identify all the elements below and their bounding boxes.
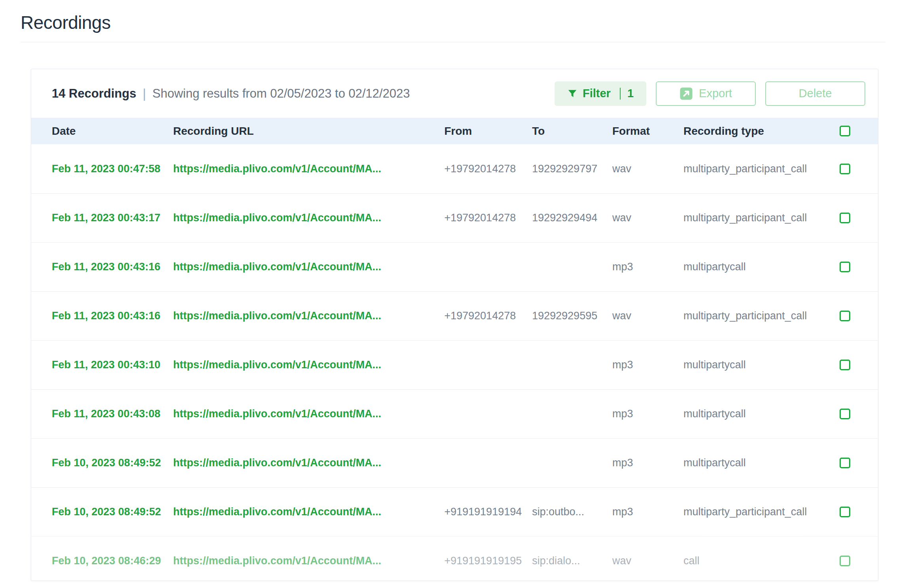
to-cell: sip:dialo...	[532, 555, 612, 567]
column-header-recording-type: Recording type	[683, 125, 832, 138]
recording-type-cell: multiparty_participant_call	[683, 212, 832, 224]
recording-url-link[interactable]: https://media.plivo.com/v1/Account/MA...	[173, 212, 444, 224]
table-row: Feb 10, 2023 08:46:29https://media.plivo…	[31, 536, 878, 581]
header-checkbox-cell	[832, 126, 857, 136]
recordings-page: Recordings 14 Recordings | Showing resul…	[0, 12, 906, 581]
recording-type-cell: multipartycall	[683, 457, 832, 469]
column-header-to: To	[532, 125, 612, 138]
row-checkbox[interactable]	[840, 164, 850, 174]
page-title: Recordings	[21, 12, 885, 33]
from-cell: +19792014278	[444, 310, 532, 322]
column-header-from: From	[444, 125, 532, 138]
date-cell: Feb 11, 2023 00:47:58	[52, 163, 173, 175]
export-button-label: Export	[699, 87, 732, 100]
export-button[interactable]: Export	[656, 81, 756, 106]
recording-url-link[interactable]: https://media.plivo.com/v1/Account/MA...	[173, 310, 444, 322]
row-checkbox-cell	[832, 556, 857, 566]
filter-button-label: Filter	[583, 87, 611, 100]
recording-type-cell: multiparty_participant_call	[683, 506, 832, 518]
recording-type-cell: multipartycall	[683, 359, 832, 371]
date-cell: Feb 11, 2023 00:43:08	[52, 408, 173, 420]
select-all-checkbox[interactable]	[840, 126, 850, 136]
from-cell: +19792014278	[444, 212, 532, 224]
filter-count-divider	[620, 88, 621, 100]
date-cell: Feb 11, 2023 00:43:10	[52, 359, 173, 371]
row-checkbox[interactable]	[840, 262, 850, 272]
row-checkbox[interactable]	[840, 409, 850, 419]
date-cell: Feb 10, 2023 08:49:52	[52, 506, 173, 518]
row-checkbox[interactable]	[840, 213, 850, 223]
delete-button[interactable]: Delete	[765, 81, 865, 106]
toolbar-actions: Filter 1 Export Delete	[555, 81, 865, 106]
row-checkbox[interactable]	[840, 360, 850, 370]
card-header: 14 Recordings | Showing results from 02/…	[31, 69, 878, 118]
format-cell: mp3	[612, 359, 683, 371]
recording-url-link[interactable]: https://media.plivo.com/v1/Account/MA...	[173, 555, 444, 567]
row-checkbox-cell	[832, 458, 857, 468]
date-cell: Feb 10, 2023 08:46:29	[52, 555, 173, 567]
table-row: Feb 10, 2023 08:49:52https://media.plivo…	[31, 438, 878, 487]
from-cell: +919191919194	[444, 506, 532, 518]
table-body: Feb 11, 2023 00:47:58https://media.plivo…	[31, 144, 878, 581]
row-checkbox[interactable]	[840, 507, 850, 517]
export-arrow-icon	[680, 87, 693, 100]
recording-url-link[interactable]: https://media.plivo.com/v1/Account/MA...	[173, 261, 444, 273]
table-row: Feb 11, 2023 00:43:16https://media.plivo…	[31, 291, 878, 340]
recording-url-link[interactable]: https://media.plivo.com/v1/Account/MA...	[173, 457, 444, 469]
recording-type-cell: multiparty_participant_call	[683, 310, 832, 322]
table-row: Feb 11, 2023 00:47:58https://media.plivo…	[31, 144, 878, 193]
date-cell: Feb 11, 2023 00:43:16	[52, 261, 173, 273]
recordings-count: 14 Recordings	[52, 87, 136, 101]
to-cell: 19292929797	[532, 163, 612, 175]
date-cell: Feb 11, 2023 00:43:17	[52, 212, 173, 224]
recording-type-cell: call	[683, 555, 832, 567]
recording-url-link[interactable]: https://media.plivo.com/v1/Account/MA...	[173, 408, 444, 420]
table-row: Feb 11, 2023 00:43:10https://media.plivo…	[31, 340, 878, 389]
from-cell: +919191919195	[444, 555, 532, 567]
results-range: Showing results from 02/05/2023 to 02/12…	[152, 87, 410, 101]
recording-url-link[interactable]: https://media.plivo.com/v1/Account/MA...	[173, 359, 444, 371]
to-cell: sip:outbo...	[532, 506, 612, 518]
table-header-row: Date Recording URL From To Format Record…	[31, 118, 878, 144]
row-checkbox[interactable]	[840, 311, 850, 321]
row-checkbox-cell	[832, 164, 857, 174]
table-row: Feb 11, 2023 00:43:16https://media.plivo…	[31, 242, 878, 291]
table-row: Feb 10, 2023 08:49:52https://media.plivo…	[31, 487, 878, 536]
to-cell: 19292929494	[532, 212, 612, 224]
date-cell: Feb 11, 2023 00:43:16	[52, 310, 173, 322]
column-header-recording-url: Recording URL	[173, 125, 444, 138]
format-cell: mp3	[612, 457, 683, 469]
format-cell: wav	[612, 310, 683, 322]
recording-url-link[interactable]: https://media.plivo.com/v1/Account/MA...	[173, 163, 444, 175]
recordings-card: 14 Recordings | Showing results from 02/…	[31, 69, 878, 581]
recording-type-cell: multiparty_participant_call	[683, 163, 832, 175]
row-checkbox-cell	[832, 213, 857, 223]
row-checkbox[interactable]	[840, 556, 850, 566]
to-cell: 19292929595	[532, 310, 612, 322]
format-cell: mp3	[612, 261, 683, 273]
format-cell: mp3	[612, 408, 683, 420]
recording-type-cell: multipartycall	[683, 408, 832, 420]
format-cell: mp3	[612, 506, 683, 518]
recording-url-link[interactable]: https://media.plivo.com/v1/Account/MA...	[173, 506, 444, 518]
date-cell: Feb 10, 2023 08:49:52	[52, 457, 173, 469]
delete-button-label: Delete	[799, 87, 832, 100]
row-checkbox-cell	[832, 262, 857, 272]
row-checkbox-cell	[832, 311, 857, 321]
column-header-date: Date	[52, 125, 173, 138]
table-row: Feb 11, 2023 00:43:17https://media.plivo…	[31, 193, 878, 242]
format-cell: wav	[612, 212, 683, 224]
filter-count: 1	[627, 87, 634, 100]
recording-type-cell: multipartycall	[683, 261, 832, 273]
title-divider	[21, 42, 885, 42]
table-row: Feb 11, 2023 00:43:08https://media.plivo…	[31, 389, 878, 438]
format-cell: wav	[612, 555, 683, 567]
summary-separator: |	[143, 86, 146, 101]
row-checkbox[interactable]	[840, 458, 850, 468]
filter-button[interactable]: Filter 1	[555, 81, 646, 106]
column-header-format: Format	[612, 125, 683, 138]
results-summary: 14 Recordings | Showing results from 02/…	[52, 86, 410, 101]
row-checkbox-cell	[832, 409, 857, 419]
row-checkbox-cell	[832, 507, 857, 517]
from-cell: +19792014278	[444, 163, 532, 175]
